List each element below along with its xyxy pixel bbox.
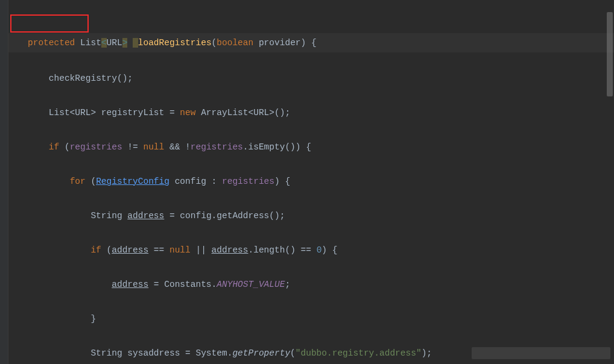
const-anyhost: ANYHOST_VALUE (217, 280, 285, 289)
indent (28, 280, 112, 289)
field-registries: registries (70, 142, 122, 152)
scrollbar-thumb[interactable] (607, 12, 613, 96)
watermark-overlay (472, 347, 610, 359)
var-address: address (112, 245, 148, 255)
indent (28, 74, 49, 83)
punct: ; (285, 280, 290, 289)
type-list: List (80, 38, 101, 48)
punct: .isEmpty()) { (243, 142, 311, 152)
field-registries: registries (222, 177, 274, 186)
punct: ( (101, 245, 112, 255)
code-line[interactable]: if (registries != null && !registries.is… (8, 139, 614, 156)
punct: ( (290, 348, 296, 358)
space (253, 38, 259, 48)
code-line[interactable]: protected List<URL> loadRegistries(boole… (8, 33, 614, 53)
code-line[interactable]: if (address == null || address.length() … (8, 242, 614, 259)
punct: = config.getAddress(); (164, 211, 285, 221)
code-line[interactable]: for (RegistryConfig config : registries)… (8, 173, 614, 190)
paren-close-brace: ) { (301, 38, 317, 48)
code-editor[interactable]: protected List<URL> loadRegistries(boole… (8, 0, 614, 364)
punct: ( (86, 177, 96, 186)
type-link-registryconfig[interactable]: RegistryConfig (96, 177, 169, 186)
keyword-boolean: boolean (217, 38, 253, 48)
punct: ); (422, 348, 432, 358)
paren-open: ( (212, 38, 217, 48)
editor-gutter (0, 0, 8, 364)
punct: ) { (321, 245, 337, 255)
keyword-new: new (180, 108, 195, 118)
keyword-if: if (90, 245, 101, 255)
code-line[interactable]: String address = config.getAddress(); (8, 207, 614, 225)
keyword-for: for (70, 177, 86, 186)
punct: config : (169, 177, 222, 186)
param-provider: provider (259, 38, 301, 48)
space (75, 38, 80, 48)
brace: } (90, 314, 96, 324)
method-name: loadRegistries (138, 38, 212, 48)
punct: ) { (274, 177, 290, 186)
field-registries: registries (191, 142, 243, 152)
indent (28, 245, 90, 255)
punct: = Constants. (148, 280, 217, 289)
code-line[interactable]: } (8, 310, 614, 328)
keyword-null: null (169, 245, 191, 255)
var-address: address (212, 245, 248, 255)
punct: && ! (164, 142, 191, 152)
space (127, 38, 133, 48)
keyword-null: null (143, 142, 164, 152)
indent (28, 142, 49, 152)
indent (28, 177, 70, 186)
call-checkregistry: checkRegistry(); (49, 74, 133, 83)
punct: || (191, 245, 212, 255)
keyword-if: if (49, 142, 59, 152)
indent (28, 348, 90, 358)
indent (28, 211, 90, 221)
punct: ( (59, 142, 69, 152)
cursor-highlight (133, 38, 138, 48)
code-line[interactable]: List<URL> registryList = new ArrayList<U… (8, 104, 614, 122)
punct: .length() == (248, 245, 317, 255)
decl: String (90, 211, 127, 221)
code-line[interactable]: checkRegistry(); (8, 70, 614, 87)
keyword-protected: protected (28, 38, 75, 48)
vertical-scrollbar[interactable] (607, 0, 613, 364)
var-address: address (112, 280, 148, 289)
ctor: ArrayList<URL>(); (195, 108, 290, 118)
type-url: URL (107, 38, 122, 48)
decl: List<URL> registryList = (49, 108, 180, 118)
indent (28, 108, 49, 118)
decl: String sysaddress = System. (90, 348, 232, 358)
punct: == (148, 245, 169, 255)
string-literal: "dubbo.registry.address" (296, 348, 422, 358)
punct: != (122, 142, 144, 152)
var-address: address (127, 211, 164, 221)
static-call-getproperty: getProperty (232, 348, 290, 358)
generic-open: < (101, 38, 107, 48)
code-line[interactable]: address = Constants.ANYHOST_VALUE; (8, 276, 614, 293)
indent (28, 314, 90, 324)
